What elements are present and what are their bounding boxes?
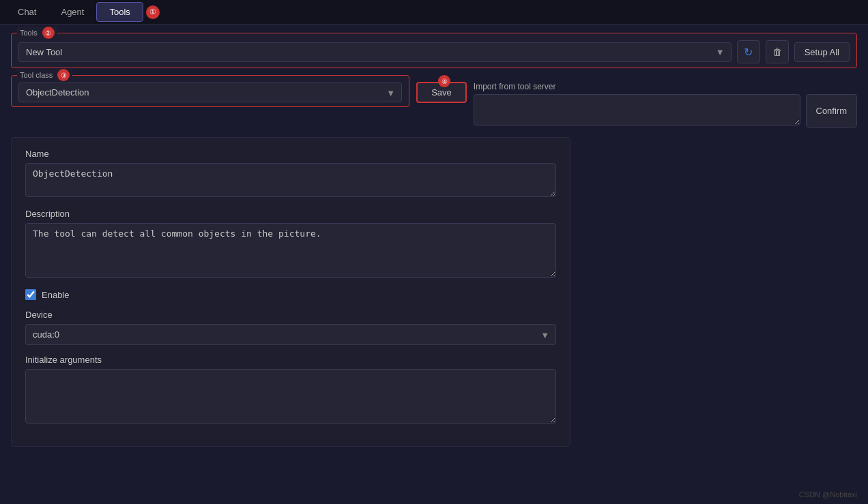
save-container: ④ Save (416, 75, 467, 103)
enable-label: Enable (42, 290, 69, 300)
toolclass-section-label: Tool class ③ (17, 69, 72, 81)
init-args-wrapper (25, 369, 556, 426)
refresh-icon: ↻ (744, 46, 753, 59)
refresh-button[interactable]: ↻ (737, 40, 760, 63)
toolclass-inner-row: ObjectDetection ▼ (18, 83, 402, 102)
toolclass-select-wrapper: ObjectDetection ▼ (18, 83, 402, 102)
name-input[interactable] (25, 163, 556, 197)
enable-checkbox[interactable] (25, 289, 36, 300)
toolclass-select[interactable]: ObjectDetection (18, 83, 402, 102)
device-group: Device cuda:0cpucuda:1 ▼ (25, 310, 556, 345)
description-input[interactable] (25, 223, 556, 278)
description-group: Description (25, 209, 556, 280)
name-input-wrapper (25, 163, 556, 199)
device-select[interactable]: cuda:0cpucuda:1 (25, 324, 556, 345)
tool-select[interactable]: New Tool (18, 42, 732, 62)
device-select-wrapper: cuda:0cpucuda:1 ▼ (25, 324, 556, 345)
save-badge: ④ (438, 75, 450, 87)
setup-all-button[interactable]: Setup All (794, 42, 850, 62)
import-input-row: Confirm (474, 94, 857, 128)
tab-chat[interactable]: Chat (5, 3, 48, 21)
tab-tools[interactable]: Tools (96, 2, 143, 22)
init-args-group: Initialize arguments (25, 355, 556, 426)
tools-section-badge: ② (42, 27, 55, 39)
enable-row: Enable (25, 289, 556, 300)
tools-badge: ① (146, 5, 160, 19)
init-args-input[interactable] (25, 369, 556, 424)
confirm-button[interactable]: Confirm (806, 94, 858, 128)
device-label: Device (25, 310, 556, 320)
name-label: Name (25, 149, 556, 159)
import-section: Import from tool server Confirm (474, 75, 857, 128)
name-group: Name (25, 149, 556, 199)
description-input-wrapper (25, 223, 556, 280)
import-input-wrapper (474, 94, 800, 128)
tools-section-box: Tools ② New Tool ▼ ↻ 🗑 Setup All (11, 33, 857, 68)
toolclass-section-box: Tool class ③ ObjectDetection ▼ (11, 75, 409, 107)
tab-agent[interactable]: Agent (48, 3, 96, 21)
toolclass-row-container: Tool class ③ ObjectDetection ▼ ④ Save Im… (11, 75, 857, 128)
tools-section-label: Tools ② (17, 27, 57, 39)
footer-watermark: CSDN @Nobitaxi (799, 490, 857, 499)
description-label: Description (25, 209, 556, 219)
init-args-label: Initialize arguments (25, 355, 556, 365)
tool-selector-row: New Tool ▼ ↻ 🗑 Setup All (18, 40, 850, 63)
import-label: Import from tool server (474, 82, 857, 91)
import-input[interactable] (474, 94, 800, 125)
top-nav: Chat Agent Tools ① (0, 0, 868, 25)
form-area: Name Description Enable Device cuda:0cpu… (11, 137, 570, 447)
trash-icon: 🗑 (772, 46, 782, 57)
delete-button[interactable]: 🗑 (766, 40, 789, 63)
tool-select-wrapper: New Tool ▼ (18, 42, 732, 62)
main-content: Tools ② New Tool ▼ ↻ 🗑 Setup All Tool cl… (0, 25, 868, 455)
toolclass-section-badge: ③ (57, 69, 70, 81)
